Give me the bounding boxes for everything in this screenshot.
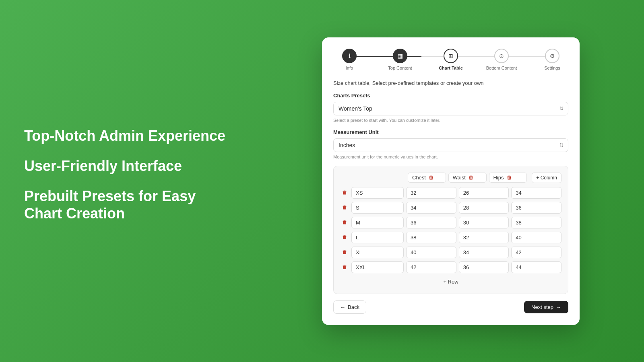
step-chart-table-label: Chart Table bbox=[439, 66, 463, 70]
add-row-button[interactable]: + Row bbox=[438, 276, 463, 287]
step-bottom-content[interactable]: ⊙ Bottom Content bbox=[485, 49, 518, 70]
trash-icon bbox=[342, 264, 347, 270]
back-button[interactable]: ← Back bbox=[333, 300, 366, 314]
headline-1: Top-Notch Admin Experience bbox=[24, 127, 233, 144]
col-headers: Chest Waist bbox=[408, 173, 561, 183]
charts-presets-wrapper: Women's Top Men's Top Women's Bottom Men… bbox=[333, 102, 568, 115]
delete-row-2-button[interactable] bbox=[340, 220, 349, 225]
hips-input-row-2[interactable] bbox=[511, 217, 561, 228]
table-row bbox=[340, 202, 561, 214]
size-input-row-0[interactable] bbox=[351, 187, 404, 199]
delete-row-0-button[interactable] bbox=[340, 190, 349, 195]
table-row bbox=[340, 247, 561, 258]
waist-input-row-1[interactable] bbox=[459, 202, 509, 214]
hips-input-row-5[interactable] bbox=[511, 261, 561, 273]
waist-input-row-0[interactable] bbox=[459, 187, 509, 199]
chest-input-row-5[interactable] bbox=[406, 261, 456, 273]
measurement-unit-wrapper: Inches Centimeters ⇅ bbox=[333, 138, 568, 152]
step-bottom-content-label: Bottom Content bbox=[486, 66, 517, 70]
step-info-circle: ℹ bbox=[342, 49, 357, 63]
step-top-content[interactable]: ▦ Top Content bbox=[384, 49, 416, 70]
stepper: ℹ Info ▦ Top Content ⊞ Chart Table ⊙ Bot… bbox=[333, 49, 568, 70]
delete-row-4-button[interactable] bbox=[340, 249, 349, 255]
delete-hips-column-button[interactable] bbox=[506, 175, 513, 181]
table-row bbox=[340, 217, 561, 228]
charts-presets-hint: Select a preset to start with. You can c… bbox=[333, 118, 568, 123]
table-header: Chest Waist bbox=[340, 173, 561, 183]
trash-icon bbox=[342, 220, 347, 225]
section-description: Size chart table, Select pre-defined tem… bbox=[333, 80, 568, 86]
delete-waist-column-button[interactable] bbox=[467, 175, 475, 181]
col-header-waist: Waist bbox=[448, 173, 487, 183]
step-settings-label: Settings bbox=[544, 66, 560, 70]
trash-icon bbox=[428, 175, 434, 181]
step-info[interactable]: ℹ Info bbox=[333, 49, 365, 70]
trash-icon bbox=[342, 190, 347, 195]
hips-input-row-1[interactable] bbox=[511, 202, 561, 214]
hips-input-row-4[interactable] bbox=[511, 247, 561, 258]
waist-input-row-3[interactable] bbox=[459, 232, 509, 243]
delete-row-1-button[interactable] bbox=[340, 205, 349, 210]
add-column-button[interactable]: + Column bbox=[532, 173, 561, 183]
next-step-button[interactable]: Next step → bbox=[524, 301, 568, 313]
charts-presets-select[interactable]: Women's Top Men's Top Women's Bottom Men… bbox=[333, 102, 568, 115]
col-header-hips-label: Hips bbox=[493, 175, 504, 181]
step-bottom-content-circle: ⊙ bbox=[494, 49, 509, 63]
waist-input-row-2[interactable] bbox=[459, 217, 509, 228]
hips-input-row-3[interactable] bbox=[511, 232, 561, 243]
chest-input-row-0[interactable] bbox=[406, 187, 456, 199]
charts-presets-label: Charts Presets bbox=[333, 93, 568, 99]
table-rows-container bbox=[340, 187, 561, 273]
trash-icon bbox=[342, 234, 347, 240]
measurement-unit-label: Measurement Unit bbox=[333, 129, 568, 135]
step-top-content-circle: ▦ bbox=[393, 49, 407, 63]
size-input-row-3[interactable] bbox=[351, 232, 404, 243]
col-header-chest-label: Chest bbox=[412, 175, 426, 181]
size-input-row-1[interactable] bbox=[351, 202, 404, 214]
size-input-row-4[interactable] bbox=[351, 247, 404, 258]
modal-footer: ← Back Next step → bbox=[333, 300, 568, 314]
col-header-waist-label: Waist bbox=[453, 175, 466, 181]
chest-input-row-4[interactable] bbox=[406, 247, 456, 258]
trash-icon bbox=[468, 175, 474, 181]
waist-input-row-4[interactable] bbox=[459, 247, 509, 258]
delete-chest-column-button[interactable] bbox=[427, 175, 435, 181]
delete-row-3-button[interactable] bbox=[340, 234, 349, 240]
modal: ℹ Info ▦ Top Content ⊞ Chart Table ⊙ Bot… bbox=[322, 37, 580, 325]
col-header-chest: Chest bbox=[408, 173, 446, 183]
hips-input-row-0[interactable] bbox=[511, 187, 561, 199]
headline-3: Prebuilt Presets for Easy Chart Creation bbox=[24, 187, 233, 222]
modal-container: ℹ Info ▦ Top Content ⊞ Chart Table ⊙ Bot… bbox=[258, 37, 644, 325]
measurement-unit-hint: Measurement unit for the numeric values … bbox=[333, 154, 568, 159]
table-row bbox=[340, 261, 561, 273]
table-row bbox=[340, 232, 561, 243]
left-panel: Top-Notch Admin Experience User-Friendly… bbox=[0, 103, 258, 259]
chart-table-area: Chest Waist bbox=[333, 166, 568, 294]
size-input-row-2[interactable] bbox=[351, 217, 404, 228]
step-chart-table[interactable]: ⊞ Chart Table bbox=[435, 49, 467, 70]
chest-input-row-1[interactable] bbox=[406, 202, 456, 214]
size-input-row-5[interactable] bbox=[351, 261, 404, 273]
delete-row-5-button[interactable] bbox=[340, 264, 349, 270]
step-top-content-label: Top Content bbox=[388, 66, 412, 70]
table-row bbox=[340, 187, 561, 199]
step-chart-table-circle: ⊞ bbox=[444, 49, 458, 63]
back-arrow-icon: ← bbox=[340, 304, 345, 310]
trash-icon bbox=[342, 249, 347, 255]
next-label: Next step bbox=[531, 304, 553, 310]
measurement-unit-select[interactable]: Inches Centimeters bbox=[333, 138, 568, 152]
back-label: Back bbox=[348, 304, 359, 310]
trash-icon bbox=[342, 205, 347, 210]
chest-input-row-2[interactable] bbox=[406, 217, 456, 228]
add-row-area: + Row bbox=[340, 276, 561, 287]
next-arrow-icon: → bbox=[556, 304, 561, 310]
step-settings[interactable]: ⚙ Settings bbox=[536, 49, 568, 70]
waist-input-row-5[interactable] bbox=[459, 261, 509, 273]
chest-input-row-3[interactable] bbox=[406, 232, 456, 243]
trash-icon bbox=[506, 175, 512, 181]
headline-2: User-Friendly Interface bbox=[24, 157, 233, 175]
col-header-hips: Hips bbox=[489, 173, 527, 183]
step-info-label: Info bbox=[346, 66, 353, 70]
step-settings-circle: ⚙ bbox=[545, 49, 559, 63]
